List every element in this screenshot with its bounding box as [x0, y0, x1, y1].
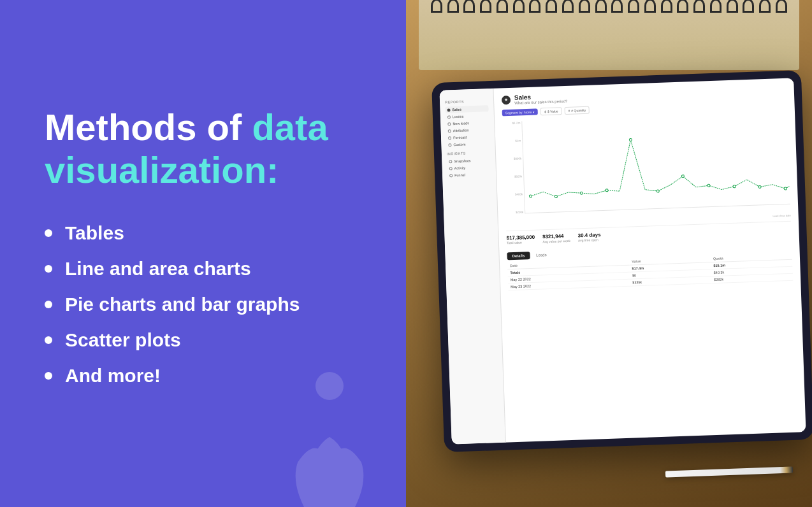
sidebar-losses-label: Losses	[453, 115, 464, 119]
dot-icon	[448, 129, 451, 132]
sidebar-funnel-label: Funnel	[454, 173, 465, 178]
bullet-dot-5	[45, 372, 52, 380]
tablet-screen: REPORTS Sales Losses New leads	[439, 78, 806, 444]
dot-icon	[449, 160, 452, 163]
total-value-label: Total value	[507, 240, 535, 245]
title-text-white: Methods of	[45, 106, 252, 148]
spiral-ring	[611, 0, 623, 13]
star-icon: ★	[502, 95, 511, 104]
left-panel: Methods of data visualization: Tables Li…	[0, 0, 406, 507]
list-item: Line and area charts	[45, 258, 361, 280]
sidebar-custom-label: Custom	[453, 142, 465, 146]
spiral-ring	[759, 0, 771, 13]
svg-point-0	[315, 372, 344, 400]
spiral-ring	[743, 0, 754, 13]
notebook	[419, 0, 799, 70]
stat-total-value: $17,385,000 Total value	[506, 234, 535, 245]
y-label-400k: $400k	[505, 192, 523, 196]
hash-icon: #	[568, 109, 570, 113]
spiral-ring	[546, 0, 557, 13]
spiral-ring	[497, 0, 508, 13]
sidebar-item-custom[interactable]: Custom	[446, 140, 489, 148]
spiral-ring	[562, 0, 574, 13]
y-label-1.2m: $1.2m	[502, 121, 520, 125]
time-open-label: Avg time open	[578, 238, 601, 242]
y-label-1m: $1m	[503, 139, 521, 143]
main-title: Methods of data visualization:	[45, 106, 361, 191]
avg-value-label: Avg value per week	[542, 239, 570, 244]
bullet-label-1: Tables	[65, 222, 124, 244]
dot-icon	[449, 174, 453, 177]
sidebar-snapshots-label: Snapshots	[454, 159, 470, 163]
notebook-spirals	[419, 0, 799, 13]
y-label-200k: $200k	[505, 210, 523, 214]
spiral-ring	[529, 0, 540, 13]
sidebar-newleads-label: New leads	[453, 121, 469, 125]
bullet-dot-2	[45, 265, 52, 273]
spiral-ring	[710, 0, 721, 13]
stat-avg-value: $321,944 Avg value per week	[542, 233, 570, 244]
spiral-ring	[463, 0, 475, 13]
spiral-ring	[513, 0, 525, 13]
spiral-ring	[579, 0, 590, 13]
x-axis-label: Lead close date	[772, 214, 790, 218]
filter-segment-chip[interactable]: Segment by: None ▾	[502, 108, 539, 116]
bullet-label-4: Scatter plots	[65, 329, 181, 351]
sidebar-sales-label: Sales	[452, 108, 461, 111]
y-label-800k: $800k	[504, 157, 521, 161]
right-panel: REPORTS Sales Losses New leads	[406, 0, 812, 507]
sidebar-attribution-label: Attribution	[453, 128, 469, 132]
dot-icon	[447, 115, 451, 118]
bullet-label-2: Line and area charts	[65, 258, 251, 280]
bullet-label-5: And more!	[65, 365, 161, 387]
spiral-ring	[661, 0, 672, 13]
tablet-device: REPORTS Sales Losses New leads	[431, 70, 812, 452]
sidebar-activity-label: Activity	[454, 166, 466, 171]
bar-chart: $1.2m $1m $800k $600k $400k $200k	[502, 112, 790, 227]
filter-quantity-chip[interactable]: # # Quantity	[564, 106, 590, 115]
dot-icon	[449, 167, 453, 170]
list-item: Pie charts and bar graphs	[45, 294, 361, 315]
decorative-silhouette	[279, 367, 381, 507]
list-item: Scatter plots	[45, 329, 361, 351]
spiral-ring	[447, 0, 459, 13]
insights-section-label: INSIGHTS	[447, 150, 490, 155]
bullet-dot-1	[45, 229, 52, 237]
reports-section-label: REPORTS	[445, 99, 488, 104]
sidebar-item-funnel[interactable]: Funnel	[447, 171, 491, 178]
dot-icon	[448, 136, 451, 139]
spiral-ring	[727, 0, 738, 13]
spiral-ring	[644, 0, 656, 13]
bullet-label-3: Pie charts and bar graphs	[65, 294, 300, 315]
bullet-dot-3	[45, 301, 52, 308]
chevron-down-icon: ▾	[533, 110, 535, 114]
dot-icon	[448, 143, 451, 146]
dollar-icon: $	[544, 110, 546, 113]
chart-bars	[521, 112, 790, 213]
chart-y-axis: $1.2m $1m $800k $600k $400k $200k	[502, 121, 523, 214]
filter-quantity-label: # Quantity	[571, 108, 586, 113]
spiral-ring	[776, 0, 787, 13]
spiral-ring	[628, 0, 639, 13]
y-label-600k: $600k	[504, 175, 522, 178]
spiral-ring	[677, 0, 688, 13]
dot-icon	[447, 108, 450, 111]
spiral-ring	[480, 0, 491, 13]
stat-time-open: 30.4 days Avg time open	[577, 232, 601, 242]
tablet-main-content: ★ Sales What are our sales this period? …	[493, 78, 806, 442]
filter-value-chip[interactable]: $ $ Value	[540, 107, 562, 115]
tab-leads[interactable]: Leads	[531, 251, 552, 259]
tab-details[interactable]: Details	[507, 252, 530, 260]
title-visualization: visualization:	[45, 149, 279, 190]
header-text: Sales What are our sales this period?	[514, 92, 568, 105]
filter-value-label: $ Value	[547, 109, 558, 113]
bullet-dot-4	[45, 336, 52, 344]
list-item: Tables	[45, 222, 361, 244]
filter-segment-label: Segment by: None	[505, 110, 532, 115]
spiral-ring	[431, 0, 442, 13]
spiral-ring	[693, 0, 705, 13]
sidebar-forecast-label: Forecast	[453, 135, 467, 139]
title-text-cyan: data	[252, 106, 328, 148]
spiral-ring	[595, 0, 607, 13]
tablet-wrapper: REPORTS Sales Losses New leads	[438, 76, 812, 469]
